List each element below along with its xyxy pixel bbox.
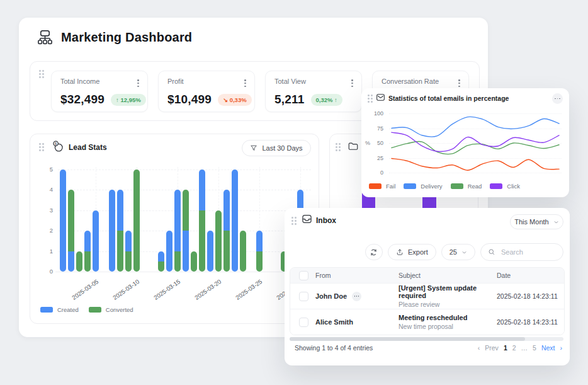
- page-size-dropdown[interactable]: 25: [441, 244, 475, 260]
- legend-swatch: [89, 307, 101, 313]
- pagination-prev[interactable]: Prev: [485, 344, 499, 352]
- pagination: ‹Prev12…5Next›: [478, 344, 562, 352]
- line-series-delivery: [392, 117, 559, 137]
- lead-chart-bar: [68, 190, 74, 272]
- inbox-footer: Showing 1 to 4 of 4 entries ‹Prev12…5Nex…: [295, 344, 562, 352]
- kebab-menu-icon[interactable]: [456, 78, 462, 89]
- email-line-chart: 0255075100: [361, 88, 569, 197]
- legend-item-read: Read: [451, 183, 482, 190]
- inbox-table-body: John Doe[Urgent] System update requiredP…: [290, 283, 564, 335]
- pagination-5[interactable]: 5: [533, 344, 536, 352]
- kebab-menu-icon[interactable]: [135, 78, 141, 89]
- row-ellipsis-badge[interactable]: [352, 292, 361, 301]
- period-dropdown[interactable]: This Month: [510, 214, 563, 229]
- dashboard-page: Marketing Dashboard Total Income$32,499↑…: [0, 0, 588, 385]
- lead-chart-bar: [133, 170, 140, 272]
- bar-segment-created: [232, 170, 238, 272]
- pagination--[interactable]: ‹: [478, 344, 480, 352]
- stat-trend-badge: 0,32% ↑: [311, 94, 342, 106]
- bar-segment-created: [207, 231, 213, 272]
- bar-segment-created: [199, 170, 205, 210]
- legend-swatch: [40, 307, 53, 313]
- lead-chart-bar: [76, 251, 82, 272]
- subject-preview: New time proposal: [399, 323, 497, 330]
- lead-chart-bar: [232, 170, 238, 272]
- legend-label: Created: [57, 306, 79, 313]
- email-stats-panel: Statistics of total emails in percentage…: [361, 88, 569, 197]
- lead-chart-bar: [223, 190, 230, 272]
- scrollbar-thumb[interactable]: [290, 337, 525, 341]
- table-header-row: From Subject Date: [290, 268, 564, 283]
- bar-segment-created: [93, 210, 99, 272]
- stat-card-label: Profit: [167, 78, 184, 85]
- legend-item-converted: Converted: [89, 306, 133, 313]
- y-axis-tick-label: 50: [370, 140, 383, 146]
- table-row[interactable]: Alice SmithMeeting rescheduledNew time p…: [290, 309, 564, 335]
- column-header-from: From: [315, 272, 399, 279]
- chevron-down-icon: [553, 219, 559, 225]
- export-button[interactable]: Export: [388, 244, 436, 260]
- bar-segment-converted: [199, 210, 205, 272]
- x-axis-tick-label: 2025-03-10: [105, 278, 140, 306]
- inbox-panel: Inbox This Month Export: [285, 208, 570, 365]
- stat-card-label: Total Income: [60, 78, 99, 85]
- subject-preview: Please review: [399, 301, 497, 308]
- drag-handle[interactable]: [39, 70, 44, 78]
- email-chart-canvas: [389, 111, 562, 175]
- lead-chart-bar: [166, 231, 172, 272]
- bar-segment-created: [125, 231, 132, 251]
- y-axis-tick-label: 1: [39, 248, 53, 255]
- row-checkbox[interactable]: [299, 292, 308, 301]
- y-axis-tick-label: 3: [39, 207, 53, 214]
- kebab-menu-icon[interactable]: [242, 78, 248, 89]
- search-input[interactable]: [500, 248, 553, 256]
- pagination--[interactable]: …: [521, 344, 528, 352]
- cell-subject: Meeting rescheduledNew time proposal: [399, 314, 497, 330]
- bar-segment-converted: [133, 170, 140, 272]
- pagination-next[interactable]: Next: [541, 344, 555, 352]
- bar-segment-converted: [223, 231, 230, 272]
- lead-stats-legend: CreatedConverted: [40, 306, 133, 313]
- pagination--[interactable]: ›: [560, 344, 563, 352]
- stat-card-total-view: Total View5,2110,32% ↑: [265, 71, 362, 112]
- bar-segment-converted: [76, 251, 82, 272]
- drag-handle[interactable]: [291, 217, 297, 225]
- lead-chart-bar: [84, 231, 91, 272]
- line-series-read: [392, 141, 559, 154]
- bar-segment-created: [84, 231, 91, 251]
- bar-segment-created: [117, 190, 123, 231]
- export-button-label: Export: [408, 248, 428, 256]
- subject-title: Meeting rescheduled: [399, 314, 497, 321]
- pagination-1[interactable]: 1: [504, 344, 507, 352]
- lead-stats-card: $ Lead Stats Last 30 Days 0123452025-03-…: [30, 134, 319, 324]
- row-checkbox[interactable]: [299, 318, 308, 327]
- bar-segment-converted: [84, 251, 91, 272]
- subject-title: [Urgent] System update required: [399, 284, 497, 299]
- legend-swatch: [490, 183, 502, 189]
- kebab-menu-icon[interactable]: [349, 78, 355, 89]
- bar-segment-created: [174, 190, 181, 251]
- y-axis-tick-label: 100: [370, 110, 383, 117]
- lead-chart-bar: [117, 190, 123, 272]
- refresh-button[interactable]: [365, 244, 383, 260]
- lead-chart-bar: [125, 231, 132, 272]
- legend-label: Fail: [386, 183, 395, 190]
- stat-card-value: $32,499: [60, 93, 105, 106]
- table-row[interactable]: John Doe[Urgent] System update requiredP…: [290, 283, 564, 309]
- lead-chart-bar: [109, 190, 115, 272]
- lead-chart-bar: [207, 231, 213, 272]
- lead-chart-bar: [93, 210, 99, 272]
- page-size-value: 25: [449, 248, 457, 256]
- legend-item-fail: Fail: [369, 183, 395, 190]
- select-all-checkbox[interactable]: [299, 271, 308, 280]
- drag-handle[interactable]: [336, 143, 341, 151]
- lead-chart-bar: [158, 251, 164, 272]
- bar-segment-created: [256, 231, 263, 251]
- y-axis-tick-label: 4: [39, 186, 53, 193]
- column-header-subject: Subject: [399, 272, 497, 279]
- y-axis-tick-label: 0: [370, 170, 383, 176]
- lead-stats-bar-chart: 0123452025-03-052025-03-102025-03-152025…: [30, 134, 319, 323]
- pagination-2[interactable]: 2: [512, 344, 516, 352]
- stat-card-label: Conversation Rate: [382, 78, 439, 85]
- bar-segment-created: [68, 251, 74, 272]
